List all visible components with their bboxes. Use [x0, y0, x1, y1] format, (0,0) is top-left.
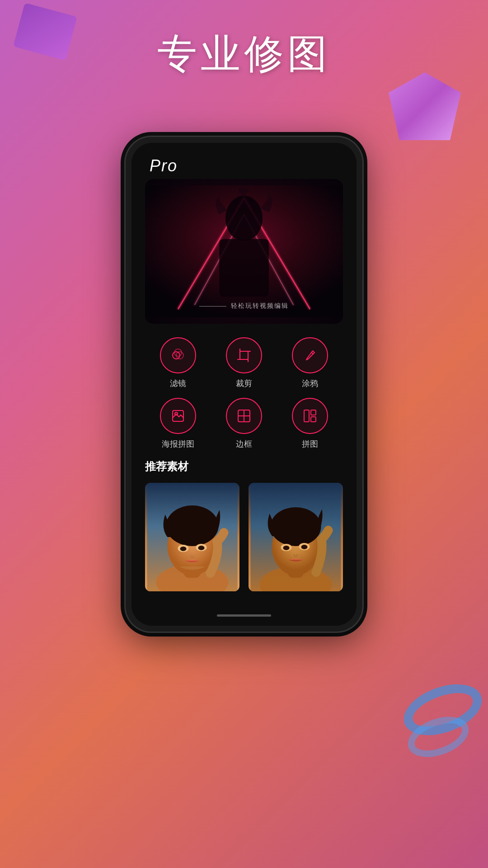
tool-graffiti-label: 涂鸦: [302, 378, 318, 389]
tool-frame[interactable]: 边框: [226, 398, 262, 449]
hero-banner: 轻松玩转视频编辑: [145, 179, 343, 324]
tools-row-1: 滤镜: [145, 337, 343, 389]
pen-icon: [302, 347, 318, 363]
photo-1: [145, 483, 239, 591]
tool-crop[interactable]: 裁剪: [226, 337, 262, 389]
tool-frame-label: 边框: [236, 439, 252, 449]
svg-point-41: [283, 546, 290, 550]
recommended-title: 推荐素材: [145, 459, 343, 474]
svg-point-38: [271, 507, 321, 546]
svg-point-42: [301, 545, 308, 549]
svg-rect-22: [304, 410, 309, 422]
hero-subtitle: 轻松玩转视频编辑: [199, 302, 289, 310]
tool-poster-icon-circle: [160, 398, 196, 434]
recommended-section: 推荐素材: [131, 459, 357, 591]
filter-icon: [170, 347, 186, 363]
tool-frame-icon-circle: [226, 398, 262, 434]
svg-point-6: [225, 196, 263, 241]
collage-icon: [302, 408, 318, 424]
page-title: 专业修图: [0, 27, 488, 81]
svg-point-18: [175, 412, 178, 415]
tool-crop-icon-circle: [226, 337, 262, 373]
photo-2: [249, 483, 343, 591]
phone-mockup: Pro: [124, 136, 364, 633]
screen-content: Pro: [131, 143, 357, 626]
tools-row-2: 海报拼图 边框: [145, 398, 343, 449]
app-logo: Pro: [150, 156, 178, 175]
recommended-grid: [145, 483, 343, 591]
phone-outer: Pro: [124, 136, 364, 633]
tools-grid: 滤镜: [131, 337, 357, 458]
recommended-item-1[interactable]: [145, 483, 239, 591]
svg-rect-23: [311, 410, 316, 415]
tool-poster[interactable]: 海报拼图: [160, 398, 196, 449]
svg-rect-24: [311, 417, 316, 422]
frame-icon: [236, 408, 252, 424]
poster-icon: [170, 408, 186, 424]
phone-screen: Pro: [131, 143, 357, 626]
svg-rect-7: [219, 239, 269, 297]
crop-icon: [236, 347, 252, 363]
tool-crop-label: 裁剪: [236, 378, 252, 389]
tool-filter-label: 滤镜: [170, 378, 186, 389]
tool-filter-icon-circle: [160, 337, 196, 373]
svg-point-32: [180, 547, 187, 551]
home-indicator: [217, 614, 271, 617]
svg-point-29: [166, 505, 219, 546]
tool-graffiti[interactable]: 涂鸦: [292, 337, 328, 389]
tool-collage-label: 拼图: [302, 439, 318, 449]
hero-image-inner: 轻松玩转视频编辑: [145, 179, 343, 324]
svg-point-33: [198, 546, 205, 550]
tool-filter[interactable]: 滤镜: [160, 337, 196, 389]
svg-rect-11: [240, 351, 248, 359]
svg-line-16: [311, 352, 313, 354]
tool-poster-label: 海报拼图: [162, 439, 194, 449]
tool-collage[interactable]: 拼图: [292, 398, 328, 449]
recommended-item-2[interactable]: [249, 483, 343, 591]
tool-collage-icon-circle: [292, 398, 328, 434]
tool-graffiti-icon-circle: [292, 337, 328, 373]
